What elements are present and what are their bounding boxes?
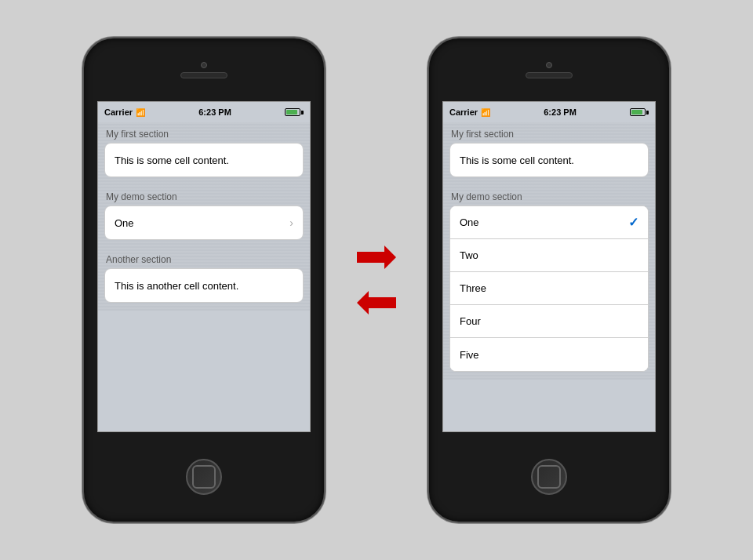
carrier-label-2: Carrier [449,107,478,117]
table-cell-2-1-2[interactable]: Three [450,272,648,305]
cell-text-1-0-0: This is some cell content. [115,155,229,166]
bottom-bezel-2 [531,432,567,522]
checkmark-icon-2-1-0: ✓ [628,215,638,230]
table-cell-1-1-0[interactable]: One › [105,206,303,239]
screen-content-1: My first section This is some cell conte… [98,122,310,311]
battery-fill-1 [286,110,297,115]
table-cell-2-1-0[interactable]: One ✓ [450,206,648,239]
section-header-1-1: My demo section [98,185,310,205]
carrier-label-1: Carrier [104,107,133,117]
section-header-2-1: My demo section [443,185,655,205]
top-bezel-2 [429,38,669,101]
section-header-1-0: My first section [98,122,310,143]
battery-tip-1 [301,111,304,115]
screen-1: Carrier 📶 6:23 PM My first section This … [97,101,311,432]
speaker-1 [180,72,227,78]
home-button-inner-1 [192,465,216,489]
status-bar-2: Carrier 📶 6:23 PM [443,102,655,122]
cell-text-2-0-0: This is some cell content. [460,155,574,166]
time-label-1: 6:23 PM [198,107,231,117]
screen-content-2: My first section This is some cell conte… [443,122,655,380]
wifi-icon-1: 📶 [136,108,145,117]
table-cell-2-1-1[interactable]: Two [450,239,648,272]
status-left-2: Carrier 📶 [449,107,490,117]
arrows-container [357,245,396,315]
cell-text-2-1-4: Five [460,349,479,361]
status-bar-1: Carrier 📶 6:23 PM [98,102,310,122]
bottom-bezel-1 [186,432,222,522]
status-left-1: Carrier 📶 [104,107,145,117]
home-button-inner-2 [537,465,561,489]
svg-marker-1 [357,291,396,315]
cell-text-2-1-2: Three [460,282,486,294]
battery-body-1 [285,108,300,116]
table-cell-2-0-0[interactable]: This is some cell content. [450,144,648,176]
svg-marker-0 [357,245,396,269]
time-label-2: 6:23 PM [544,107,577,117]
table-cell-1-2-0[interactable]: This is another cell content. [105,269,303,302]
speaker-2 [526,72,573,78]
battery-icon-2 [630,108,649,116]
right-arrow [357,245,396,269]
camera-2 [546,62,552,68]
battery-tip-2 [646,111,649,115]
table-section-1-1: One › [104,205,304,240]
cell-text-1-1-0: One [115,217,134,229]
top-bezel-1 [84,38,324,101]
phone-2: Carrier 📶 6:23 PM My first section This … [427,37,671,523]
battery-fill-2 [631,110,642,115]
battery-body-2 [630,108,646,116]
phone-1: Carrier 📶 6:23 PM My first section This … [82,37,326,523]
home-button-1[interactable] [186,459,222,495]
table-cell-2-1-4[interactable]: Five [450,338,648,371]
cell-text-2-1-3: Four [460,315,481,327]
wifi-icon-2: 📶 [481,108,490,117]
battery-icon-1 [285,108,304,116]
cell-text-1-2-0: This is another cell content. [115,280,238,292]
table-cell-1-0-0[interactable]: This is some cell content. [105,144,303,176]
screen-2: Carrier 📶 6:23 PM My first section This … [442,101,656,432]
section-header-1-2: Another section [98,248,310,268]
table-section-2-1: One ✓ Two Three Four Five [449,205,649,372]
section-header-2-0: My first section [443,122,655,143]
table-section-1-2: This is another cell content. [104,268,304,303]
table-section-2-0: This is some cell content. [449,143,649,177]
chevron-icon-1-1-0: › [289,216,293,229]
cell-text-2-1-0: One [460,216,479,228]
cell-text-2-1-1: Two [460,249,478,261]
left-arrow [357,291,396,315]
table-section-1-0: This is some cell content. [104,143,304,177]
camera-1 [201,62,207,68]
table-cell-2-1-3[interactable]: Four [450,305,648,338]
home-button-2[interactable] [531,459,567,495]
